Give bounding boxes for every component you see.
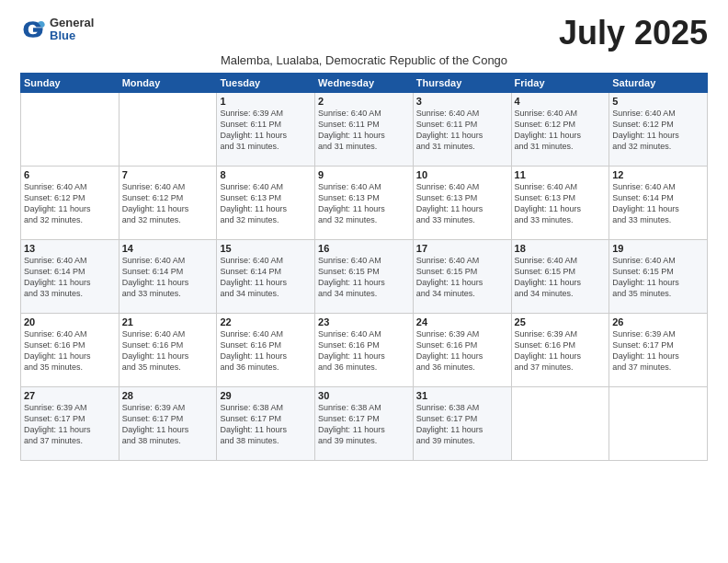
- day-info: Sunrise: 6:40 AM Sunset: 6:12 PM Dayligh…: [612, 108, 704, 153]
- day-number: 13: [24, 243, 116, 254]
- day-cell: 1Sunrise: 6:39 AM Sunset: 6:11 PM Daylig…: [217, 93, 315, 167]
- day-cell: 28Sunrise: 6:39 AM Sunset: 6:17 PM Dayli…: [119, 387, 217, 461]
- day-number: 22: [220, 316, 312, 327]
- col-header-monday: Monday: [119, 74, 217, 93]
- day-number: 6: [24, 169, 116, 180]
- day-info: Sunrise: 6:38 AM Sunset: 6:17 PM Dayligh…: [416, 402, 508, 447]
- day-info: Sunrise: 6:40 AM Sunset: 6:14 PM Dayligh…: [220, 255, 312, 300]
- day-info: Sunrise: 6:40 AM Sunset: 6:13 PM Dayligh…: [416, 181, 508, 226]
- week-row-5: 27Sunrise: 6:39 AM Sunset: 6:17 PM Dayli…: [21, 387, 708, 461]
- day-info: Sunrise: 6:39 AM Sunset: 6:17 PM Dayligh…: [122, 402, 214, 447]
- day-info: Sunrise: 6:40 AM Sunset: 6:16 PM Dayligh…: [24, 328, 116, 373]
- day-info: Sunrise: 6:40 AM Sunset: 6:14 PM Dayligh…: [612, 181, 704, 226]
- day-info: Sunrise: 6:40 AM Sunset: 6:16 PM Dayligh…: [122, 328, 214, 373]
- day-cell: 30Sunrise: 6:38 AM Sunset: 6:17 PM Dayli…: [315, 387, 414, 461]
- day-info: Sunrise: 6:40 AM Sunset: 6:16 PM Dayligh…: [318, 328, 410, 373]
- week-row-2: 6Sunrise: 6:40 AM Sunset: 6:12 PM Daylig…: [21, 167, 708, 240]
- day-number: 10: [416, 169, 508, 180]
- day-info: Sunrise: 6:40 AM Sunset: 6:16 PM Dayligh…: [220, 328, 312, 373]
- day-info: Sunrise: 6:40 AM Sunset: 6:14 PM Dayligh…: [122, 255, 214, 300]
- subtitle: Malemba, Lualaba, Democratic Republic of…: [20, 53, 708, 67]
- day-info: Sunrise: 6:40 AM Sunset: 6:12 PM Dayligh…: [122, 181, 214, 226]
- day-number: 3: [416, 96, 508, 107]
- header: General Blue July 2025: [20, 17, 708, 50]
- day-number: 1: [220, 96, 312, 107]
- day-info: Sunrise: 6:39 AM Sunset: 6:16 PM Dayligh…: [515, 328, 607, 373]
- day-cell: 21Sunrise: 6:40 AM Sunset: 6:16 PM Dayli…: [119, 314, 217, 387]
- day-info: Sunrise: 6:40 AM Sunset: 6:11 PM Dayligh…: [318, 108, 410, 153]
- day-number: 30: [318, 390, 410, 401]
- day-cell: 19Sunrise: 6:40 AM Sunset: 6:15 PM Dayli…: [609, 240, 708, 314]
- day-cell: 6Sunrise: 6:40 AM Sunset: 6:12 PM Daylig…: [21, 167, 119, 240]
- day-info: Sunrise: 6:40 AM Sunset: 6:15 PM Dayligh…: [612, 255, 704, 300]
- day-info: Sunrise: 6:40 AM Sunset: 6:11 PM Dayligh…: [416, 108, 508, 153]
- day-cell: 14Sunrise: 6:40 AM Sunset: 6:14 PM Dayli…: [119, 240, 217, 314]
- day-number: 19: [612, 243, 704, 254]
- calendar-table: SundayMondayTuesdayWednesdayThursdayFrid…: [20, 73, 708, 461]
- day-cell: 3Sunrise: 6:40 AM Sunset: 6:11 PM Daylig…: [413, 93, 511, 167]
- day-number: 21: [122, 316, 214, 327]
- day-number: 25: [515, 316, 607, 327]
- day-cell: 10Sunrise: 6:40 AM Sunset: 6:13 PM Dayli…: [413, 167, 511, 240]
- day-number: 26: [612, 316, 704, 327]
- day-number: 15: [220, 243, 312, 254]
- day-cell: 15Sunrise: 6:40 AM Sunset: 6:14 PM Dayli…: [217, 240, 315, 314]
- day-cell: 24Sunrise: 6:39 AM Sunset: 6:16 PM Dayli…: [413, 314, 511, 387]
- logo-icon: [20, 17, 46, 42]
- day-cell: 13Sunrise: 6:40 AM Sunset: 6:14 PM Dayli…: [21, 240, 119, 314]
- week-row-3: 13Sunrise: 6:40 AM Sunset: 6:14 PM Dayli…: [21, 240, 708, 314]
- day-number: 16: [318, 243, 410, 254]
- day-cell: 29Sunrise: 6:38 AM Sunset: 6:17 PM Dayli…: [217, 387, 315, 461]
- day-number: 17: [416, 243, 508, 254]
- day-cell: 7Sunrise: 6:40 AM Sunset: 6:12 PM Daylig…: [119, 167, 217, 240]
- day-cell: 5Sunrise: 6:40 AM Sunset: 6:12 PM Daylig…: [609, 93, 708, 167]
- logo-blue: Blue: [50, 29, 94, 42]
- day-cell: 26Sunrise: 6:39 AM Sunset: 6:17 PM Dayli…: [609, 314, 708, 387]
- day-info: Sunrise: 6:40 AM Sunset: 6:15 PM Dayligh…: [318, 255, 410, 300]
- col-header-saturday: Saturday: [609, 74, 708, 93]
- day-info: Sunrise: 6:39 AM Sunset: 6:11 PM Dayligh…: [220, 108, 312, 153]
- day-cell: 17Sunrise: 6:40 AM Sunset: 6:15 PM Dayli…: [413, 240, 511, 314]
- day-cell: 16Sunrise: 6:40 AM Sunset: 6:15 PM Dayli…: [315, 240, 414, 314]
- page: General Blue July 2025 Malemba, Lualaba,…: [0, 0, 728, 563]
- day-cell: 31Sunrise: 6:38 AM Sunset: 6:17 PM Dayli…: [413, 387, 511, 461]
- logo-general: General: [50, 17, 94, 29]
- day-info: Sunrise: 6:39 AM Sunset: 6:17 PM Dayligh…: [24, 402, 116, 447]
- day-number: 12: [612, 169, 704, 180]
- day-info: Sunrise: 6:40 AM Sunset: 6:15 PM Dayligh…: [416, 255, 508, 300]
- day-info: Sunrise: 6:40 AM Sunset: 6:15 PM Dayligh…: [515, 255, 607, 300]
- logo-text: General Blue: [50, 17, 94, 43]
- day-number: 7: [122, 169, 214, 180]
- day-number: 23: [318, 316, 410, 327]
- day-info: Sunrise: 6:39 AM Sunset: 6:17 PM Dayligh…: [612, 328, 704, 373]
- day-cell: 25Sunrise: 6:39 AM Sunset: 6:16 PM Dayli…: [511, 314, 609, 387]
- day-info: Sunrise: 6:39 AM Sunset: 6:16 PM Dayligh…: [416, 328, 508, 373]
- day-cell: 27Sunrise: 6:39 AM Sunset: 6:17 PM Dayli…: [21, 387, 119, 461]
- col-header-friday: Friday: [511, 74, 609, 93]
- day-cell: 2Sunrise: 6:40 AM Sunset: 6:11 PM Daylig…: [315, 93, 414, 167]
- day-cell: [609, 387, 708, 461]
- day-cell: [511, 387, 609, 461]
- col-header-thursday: Thursday: [413, 74, 511, 93]
- day-number: 5: [612, 96, 704, 107]
- day-number: 8: [220, 169, 312, 180]
- day-cell: 11Sunrise: 6:40 AM Sunset: 6:13 PM Dayli…: [511, 167, 609, 240]
- day-info: Sunrise: 6:38 AM Sunset: 6:17 PM Dayligh…: [220, 402, 312, 447]
- day-number: 31: [416, 390, 508, 401]
- day-cell: 8Sunrise: 6:40 AM Sunset: 6:13 PM Daylig…: [217, 167, 315, 240]
- logo: General Blue: [20, 17, 94, 43]
- day-cell: [119, 93, 217, 167]
- col-header-tuesday: Tuesday: [217, 74, 315, 93]
- day-number: 2: [318, 96, 410, 107]
- day-info: Sunrise: 6:40 AM Sunset: 6:13 PM Dayligh…: [515, 181, 607, 226]
- day-number: 20: [24, 316, 116, 327]
- week-row-1: 1Sunrise: 6:39 AM Sunset: 6:11 PM Daylig…: [21, 93, 708, 167]
- day-info: Sunrise: 6:40 AM Sunset: 6:14 PM Dayligh…: [24, 255, 116, 300]
- day-info: Sunrise: 6:38 AM Sunset: 6:17 PM Dayligh…: [318, 402, 410, 447]
- day-cell: 9Sunrise: 6:40 AM Sunset: 6:13 PM Daylig…: [315, 167, 414, 240]
- col-header-sunday: Sunday: [21, 74, 119, 93]
- day-info: Sunrise: 6:40 AM Sunset: 6:13 PM Dayligh…: [220, 181, 312, 226]
- day-number: 11: [515, 169, 607, 180]
- day-cell: 12Sunrise: 6:40 AM Sunset: 6:14 PM Dayli…: [609, 167, 708, 240]
- day-info: Sunrise: 6:40 AM Sunset: 6:12 PM Dayligh…: [24, 181, 116, 226]
